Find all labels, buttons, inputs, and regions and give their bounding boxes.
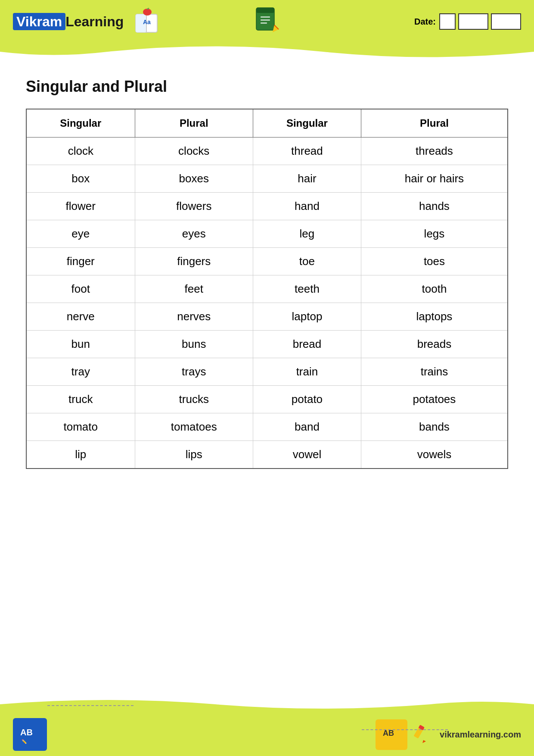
cell-r10-c3: bands xyxy=(361,413,508,441)
logo-learning: Learning xyxy=(65,14,124,29)
cell-r1-c2: hair xyxy=(253,165,361,193)
cell-r0-c0: clock xyxy=(26,137,135,165)
cell-r11-c2: vowel xyxy=(253,441,361,469)
cell-r6-c2: laptop xyxy=(253,303,361,331)
cell-r0-c1: clocks xyxy=(135,137,253,165)
cell-r7-c0: bun xyxy=(26,331,135,358)
cell-r8-c0: tray xyxy=(26,358,135,386)
svg-text:Aa: Aa xyxy=(143,19,151,25)
footer-ab-badge-right: AB xyxy=(376,719,407,750)
cell-r6-c0: nerve xyxy=(26,303,135,331)
svg-text:✏️: ✏️ xyxy=(22,739,27,744)
cell-r0-c2: thread xyxy=(253,137,361,165)
cell-r6-c1: nerves xyxy=(135,303,253,331)
date-box-year[interactable] xyxy=(491,13,521,30)
cell-r8-c3: trains xyxy=(361,358,508,386)
cell-r3-c0: eye xyxy=(26,220,135,248)
footer: AB ✏️ AB vikramlearning.com xyxy=(0,713,534,756)
cell-r2-c3: hands xyxy=(361,193,508,220)
svg-rect-6 xyxy=(256,8,274,13)
footer-left: AB ✏️ xyxy=(13,718,47,751)
cell-r2-c0: flower xyxy=(26,193,135,220)
page-title: Singular and Plural xyxy=(26,78,508,96)
vocab-table: Singular Plural Singular Plural clockclo… xyxy=(26,109,508,469)
cell-r4-c2: toe xyxy=(253,248,361,275)
date-box-month[interactable] xyxy=(458,13,488,30)
cell-r4-c1: fingers xyxy=(135,248,253,275)
table-row: tomatotomatoesbandbands xyxy=(26,413,508,441)
logo-text: VikramLearning xyxy=(13,14,124,30)
cell-r2-c2: hand xyxy=(253,193,361,220)
table-row: clockclocksthreadthreads xyxy=(26,137,508,165)
cell-r3-c1: eyes xyxy=(135,220,253,248)
date-label: Date: xyxy=(414,17,436,27)
cell-r4-c3: toes xyxy=(361,248,508,275)
header-wave xyxy=(0,43,534,60)
cell-r9-c3: potatoes xyxy=(361,386,508,413)
cell-r2-c1: flowers xyxy=(135,193,253,220)
footer-website: vikramlearning.com xyxy=(440,730,521,740)
cell-r5-c2: teeth xyxy=(253,275,361,303)
footer-wave xyxy=(0,696,534,713)
cell-r9-c1: trucks xyxy=(135,386,253,413)
svg-marker-18 xyxy=(422,740,426,743)
header: VikramLearning Aa Dat xyxy=(0,0,534,43)
footer-left-content: AB ✏️ xyxy=(13,718,47,751)
cell-r1-c1: boxes xyxy=(135,165,253,193)
footer-right: AB vikramlearning.com xyxy=(376,719,521,750)
col4-header: Plural xyxy=(361,109,508,137)
table-header-row: Singular Plural Singular Plural xyxy=(26,109,508,137)
dotted-line-right xyxy=(362,729,448,730)
svg-text:AB: AB xyxy=(20,728,33,737)
cell-r1-c0: box xyxy=(26,165,135,193)
table-row: nervenerveslaptoplaptops xyxy=(26,303,508,331)
cell-r7-c1: buns xyxy=(135,331,253,358)
cell-r5-c0: foot xyxy=(26,275,135,303)
date-section: Date: xyxy=(414,13,521,30)
cell-r11-c0: lip xyxy=(26,441,135,469)
svg-rect-9 xyxy=(261,22,267,24)
cell-r4-c0: finger xyxy=(26,248,135,275)
cell-r11-c3: vowels xyxy=(361,441,508,469)
cell-r5-c3: tooth xyxy=(361,275,508,303)
col3-header: Singular xyxy=(253,109,361,137)
cell-r7-c3: breads xyxy=(361,331,508,358)
cell-r0-c3: threads xyxy=(361,137,508,165)
svg-rect-8 xyxy=(261,19,270,21)
cell-r10-c2: band xyxy=(253,413,361,441)
table-row: boxboxeshairhair or hairs xyxy=(26,165,508,193)
dotted-line-left xyxy=(47,705,134,706)
cell-r5-c1: feet xyxy=(135,275,253,303)
footer-pencil-icon xyxy=(414,725,433,744)
table-row: eyeeyesleglegs xyxy=(26,220,508,248)
header-center-icon xyxy=(252,6,282,37)
cell-r9-c0: truck xyxy=(26,386,135,413)
logo-container: VikramLearning Aa xyxy=(13,6,162,37)
cell-r3-c2: leg xyxy=(253,220,361,248)
col1-header: Singular xyxy=(26,109,135,137)
cell-r6-c3: laptops xyxy=(361,303,508,331)
main-content: Singular and Plural Singular Plural Sing… xyxy=(0,60,534,486)
cell-r8-c2: train xyxy=(253,358,361,386)
cell-r3-c3: legs xyxy=(361,220,508,248)
table-row: traytraystraintrains xyxy=(26,358,508,386)
cell-r10-c0: tomato xyxy=(26,413,135,441)
book-apple-icon: Aa xyxy=(132,6,162,37)
table-row: trucktruckspotatopotatoes xyxy=(26,386,508,413)
table-row: liplipsvowelvowels xyxy=(26,441,508,469)
cell-r11-c1: lips xyxy=(135,441,253,469)
cell-r10-c1: tomatoes xyxy=(135,413,253,441)
cell-r8-c1: trays xyxy=(135,358,253,386)
date-box-day[interactable] xyxy=(439,13,456,30)
col2-header: Plural xyxy=(135,109,253,137)
table-row: footfeetteethtooth xyxy=(26,275,508,303)
logo-vikram: Vikram xyxy=(13,13,65,30)
cell-r9-c2: potato xyxy=(253,386,361,413)
table-row: fingerfingerstoetoes xyxy=(26,248,508,275)
table-row: bunbunsbreadbreads xyxy=(26,331,508,358)
cell-r1-c3: hair or hairs xyxy=(361,165,508,193)
table-row: flowerflowershandhands xyxy=(26,193,508,220)
svg-rect-7 xyxy=(261,16,270,18)
footer-ab-badge: AB ✏️ xyxy=(13,718,47,751)
cell-r7-c2: bread xyxy=(253,331,361,358)
